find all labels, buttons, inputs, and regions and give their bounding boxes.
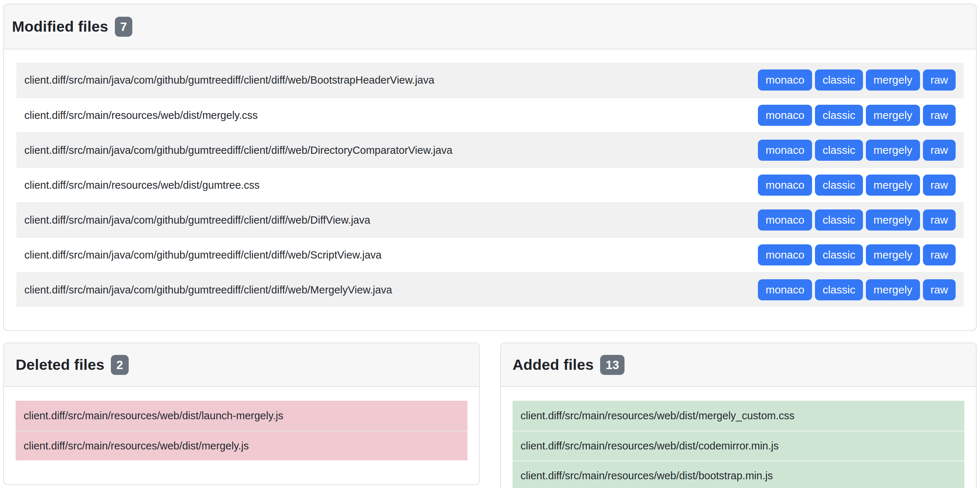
classic-view-button[interactable]: classic [815,140,863,161]
file-path: client.diff/src/main/resources/web/dist/… [24,179,259,191]
diff-overview-page: Modified files 7 client.diff/src/main/ja… [0,0,980,488]
deleted-files-list: client.diff/src/main/resources/web/dist/… [16,401,468,460]
modified-file-row: client.diff/src/main/resources/web/dist/… [16,167,964,202]
added-files-body: client.diff/src/main/resources/web/dist/… [501,387,976,488]
modified-files-title: Modified files [12,14,108,39]
modified-files-heading: Modified files 7 [12,14,968,39]
modified-file-row: client.diff/src/main/java/com/github/gum… [16,62,964,97]
raw-view-button[interactable]: raw [923,175,956,196]
file-path: client.diff/src/main/java/com/github/gum… [24,284,392,296]
classic-view-button[interactable]: classic [815,244,863,265]
file-path: client.diff/src/main/java/com/github/gum… [24,74,434,86]
added-files-count-badge: 13 [600,355,625,375]
file-path: client.diff/src/main/resources/web/dist/… [520,470,773,482]
added-file-row: client.diff/src/main/resources/web/dist/… [512,431,964,460]
raw-view-button[interactable]: raw [923,279,956,300]
added-files-header: Added files 13 [501,343,976,387]
deleted-files-header: Deleted files 2 [4,343,479,387]
added-files-title: Added files [512,352,593,378]
file-path: client.diff/src/main/java/com/github/gum… [24,249,382,261]
deleted-files-body: client.diff/src/main/resources/web/dist/… [4,387,479,484]
mergely-view-button[interactable]: mergely [866,140,920,161]
classic-view-button[interactable]: classic [815,105,863,126]
classic-view-button[interactable]: classic [815,209,863,231]
diff-view-buttons: monaco classic mergely raw [758,244,956,265]
deleted-files-heading: Deleted files 2 [16,352,468,378]
added-files-panel: Added files 13 client.diff/src/main/reso… [500,343,977,488]
classic-view-button[interactable]: classic [815,69,863,91]
diff-view-buttons: monaco classic mergely raw [758,279,956,300]
deleted-file-row: client.diff/src/main/resources/web/dist/… [16,401,468,431]
added-file-row: client.diff/src/main/resources/web/dist/… [512,401,964,431]
mergely-view-button[interactable]: mergely [866,244,920,265]
mergely-view-button[interactable]: mergely [866,279,920,300]
diff-view-buttons: monaco classic mergely raw [758,140,956,161]
added-file-row: client.diff/src/main/resources/web/dist/… [512,460,964,488]
modified-file-row: client.diff/src/main/java/com/github/gum… [16,202,964,237]
file-path: client.diff/src/main/java/com/github/gum… [24,144,453,156]
monaco-view-button[interactable]: monaco [758,244,812,265]
classic-view-button[interactable]: classic [815,279,863,300]
diff-view-buttons: monaco classic mergely raw [758,209,956,231]
deleted-files-panel: Deleted files 2 client.diff/src/main/res… [3,343,480,485]
modified-files-header: Modified files 7 [4,4,976,49]
modified-files-panel: Modified files 7 client.diff/src/main/ja… [3,4,977,331]
mergely-view-button[interactable]: mergely [866,69,920,91]
deleted-files-title: Deleted files [16,352,104,378]
raw-view-button[interactable]: raw [923,209,956,231]
modified-file-row: client.diff/src/main/java/com/github/gum… [16,132,964,167]
file-path: client.diff/src/main/resources/web/dist/… [24,110,258,121]
raw-view-button[interactable]: raw [923,105,956,126]
raw-view-button[interactable]: raw [923,140,956,161]
mergely-view-button[interactable]: mergely [866,209,920,231]
diff-view-buttons: monaco classic mergely raw [758,69,956,91]
modified-file-row: client.diff/src/main/java/com/github/gum… [16,237,964,272]
file-path: client.diff/src/main/resources/web/dist/… [24,440,249,452]
monaco-view-button[interactable]: monaco [758,105,812,126]
modified-file-row: client.diff/src/main/resources/web/dist/… [16,97,964,132]
diff-view-buttons: monaco classic mergely raw [758,105,956,126]
mergely-view-button[interactable]: mergely [866,175,920,196]
classic-view-button[interactable]: classic [815,175,863,196]
monaco-view-button[interactable]: monaco [758,209,812,231]
file-path: client.diff/src/main/java/com/github/gum… [24,214,371,226]
modified-files-list: client.diff/src/main/java/com/github/gum… [16,62,964,307]
diff-view-buttons: monaco classic mergely raw [758,175,956,196]
file-path: client.diff/src/main/resources/web/dist/… [520,440,779,452]
deleted-added-row: Deleted files 2 client.diff/src/main/res… [3,343,977,488]
monaco-view-button[interactable]: monaco [758,69,812,91]
monaco-view-button[interactable]: monaco [758,175,812,196]
file-path: client.diff/src/main/resources/web/dist/… [520,410,795,422]
modified-file-row: client.diff/src/main/java/com/github/gum… [16,272,964,307]
monaco-view-button[interactable]: monaco [758,279,812,300]
modified-files-body: client.diff/src/main/java/com/github/gum… [4,49,976,330]
raw-view-button[interactable]: raw [923,69,956,91]
modified-files-count-badge: 7 [115,17,133,37]
mergely-view-button[interactable]: mergely [866,105,920,126]
file-path: client.diff/src/main/resources/web/dist/… [24,410,283,422]
monaco-view-button[interactable]: monaco [758,140,812,161]
deleted-files-count-badge: 2 [111,355,129,375]
added-files-heading: Added files 13 [512,352,964,378]
deleted-file-row: client.diff/src/main/resources/web/dist/… [16,431,468,460]
added-files-list: client.diff/src/main/resources/web/dist/… [512,401,964,488]
raw-view-button[interactable]: raw [923,244,956,265]
